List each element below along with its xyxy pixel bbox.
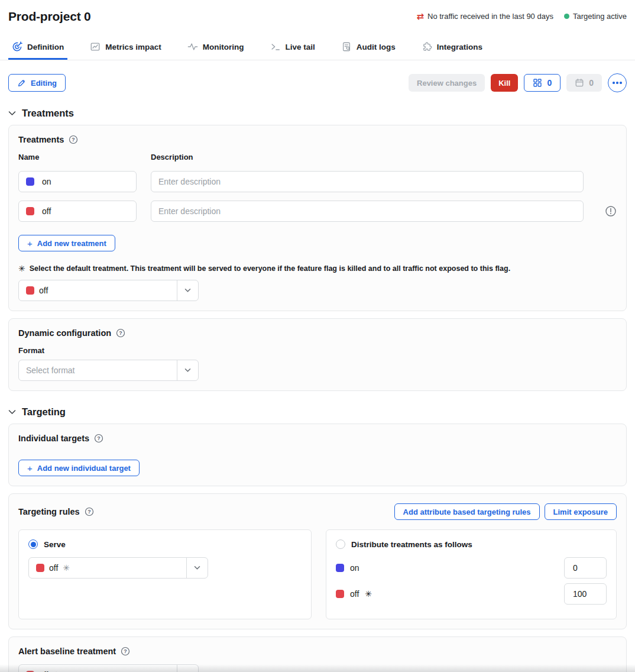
distribute-percent-input-on[interactable] <box>564 557 607 579</box>
tab-label: Monitoring <box>203 43 244 51</box>
add-attribute-rules-label: Add attribute based targeting rules <box>403 508 531 516</box>
distribute-radio[interactable] <box>336 539 345 549</box>
tab-monitoring[interactable]: Monitoring <box>184 39 248 60</box>
traffic-status-text: No traffic received in the last 90 days <box>427 12 553 21</box>
limit-exposure-button[interactable]: Limit exposure <box>545 503 617 520</box>
treatment-name-input-on[interactable] <box>18 171 137 192</box>
traffic-arrows-icon: ⇄ <box>416 12 424 21</box>
tab-label: Integrations <box>437 43 482 51</box>
default-treatment-select[interactable]: off <box>18 280 199 301</box>
targeting-status: Targeting active <box>564 12 627 21</box>
plus-icon: + <box>27 238 33 248</box>
svg-text:?: ? <box>119 330 122 336</box>
ellipsis-icon <box>613 82 615 84</box>
calendar-icon <box>575 78 584 88</box>
kill-button[interactable]: Kill <box>491 74 518 92</box>
review-changes-button[interactable]: Review changes <box>409 74 485 92</box>
more-actions-button[interactable] <box>608 73 627 92</box>
distribute-label: Distribute treatments as follows <box>351 540 472 549</box>
editing-button[interactable]: Editing <box>8 74 66 92</box>
add-attribute-rules-button[interactable]: Add attribute based targeting rules <box>394 503 540 520</box>
tab-label: Metrics impact <box>105 43 161 51</box>
treatment-name-input-off[interactable] <box>18 201 137 222</box>
green-dot-icon <box>564 14 569 19</box>
name-label: Name <box>18 153 137 161</box>
default-asterisk-icon: ✳ <box>63 564 70 572</box>
description-label: Description <box>151 153 584 161</box>
format-placeholder: Select format <box>26 366 74 375</box>
terminal-icon <box>270 41 281 52</box>
chevron-down-icon <box>8 111 16 116</box>
distribute-row-off: off ✳ <box>336 583 607 605</box>
distribute-radio-row[interactable]: Distribute treatments as follows <box>336 539 607 549</box>
chart-icon <box>90 41 101 52</box>
treatment-color-swatch <box>36 564 44 572</box>
chevron-down-icon <box>177 360 198 380</box>
toolbar: Editing Review changes Kill 0 <box>8 73 627 92</box>
status-group: ⇄ No traffic received in the last 90 day… <box>416 12 627 21</box>
treatment-color-swatch <box>26 177 34 186</box>
pulse-icon <box>187 41 198 52</box>
treatment-name-field[interactable] <box>34 177 129 186</box>
treatment-color-swatch <box>336 590 344 598</box>
alert-baseline-select[interactable]: off ✳ alert not possible <box>18 664 199 672</box>
editing-label: Editing <box>31 79 57 88</box>
treatment-row-off <box>18 201 617 222</box>
alert-baseline-title: Alert baseline treatment <box>18 647 116 656</box>
page-header: Prod-project 0 ⇄ No traffic received in … <box>0 0 635 24</box>
distribute-treatment-name: off <box>350 589 359 599</box>
help-icon[interactable]: ? <box>69 135 78 144</box>
serve-label: Serve <box>44 540 66 549</box>
add-individual-target-button[interactable]: + Add new individual target <box>18 460 140 476</box>
targeting-rules-card: Targeting rules ? Add attribute based ta… <box>8 493 627 629</box>
treatments-heading: Treatments <box>22 108 74 119</box>
chevron-down-icon <box>186 558 208 578</box>
distribute-treatment-name: on <box>350 563 359 573</box>
serve-treatment-select[interactable]: off ✳ <box>28 557 208 579</box>
distribute-panel: Distribute treatments as follows on off … <box>326 529 617 619</box>
page-title: Prod-project 0 <box>8 9 91 24</box>
treatment-description-input[interactable] <box>151 201 584 222</box>
treatments-section-header[interactable]: Treatments <box>8 108 627 119</box>
add-treatment-label: Add new treatment <box>37 239 106 248</box>
limit-exposure-label: Limit exposure <box>553 508 608 516</box>
tab-audit-logs[interactable]: Audit logs <box>338 39 399 60</box>
add-new-treatment-button[interactable]: + Add new treatment <box>18 235 115 251</box>
treatment-name-field[interactable] <box>34 206 129 216</box>
tab-integrations[interactable]: Integrations <box>418 39 486 60</box>
help-icon[interactable]: ? <box>121 647 130 656</box>
schedule-count: 0 <box>589 78 594 88</box>
toolbar-right: Review changes Kill 0 <box>409 73 627 92</box>
help-icon[interactable]: ? <box>94 434 103 443</box>
treatments-card-title: Treatments <box>18 135 64 144</box>
chevron-down-icon <box>8 409 16 415</box>
serve-radio-row[interactable]: Serve <box>28 539 302 549</box>
tab-label: Live tail <box>286 43 315 51</box>
schedule-button[interactable]: 0 <box>566 74 602 92</box>
kill-label: Kill <box>498 79 510 88</box>
tab-live-tail[interactable]: Live tail <box>267 39 319 60</box>
default-note-text: Select the default treatment. This treat… <box>30 264 510 273</box>
alert-baseline-card: Alert baseline treatment ? off ✳ alert n… <box>8 637 627 672</box>
serve-radio[interactable] <box>28 539 38 549</box>
svg-text:?: ? <box>124 648 127 654</box>
distribute-percent-input-off[interactable] <box>564 583 607 605</box>
format-select[interactable]: Select format <box>18 360 199 381</box>
individual-targets-title: Individual targets <box>18 434 89 443</box>
targeting-section-header[interactable]: Targeting <box>8 406 627 418</box>
help-icon[interactable]: ? <box>85 507 94 516</box>
plus-icon: + <box>27 463 33 473</box>
tab-definition[interactable]: Definition <box>8 39 67 60</box>
treatment-description-input[interactable] <box>151 171 584 192</box>
versions-count: 0 <box>547 78 552 88</box>
tab-bar: Definition Metrics impact Monitoring Liv… <box>0 39 635 60</box>
chevron-down-icon <box>177 665 198 672</box>
treatment-color-swatch <box>336 564 344 572</box>
targeting-heading: Targeting <box>22 406 66 418</box>
tab-metrics-impact[interactable]: Metrics impact <box>86 39 165 60</box>
add-individual-target-label: Add new individual target <box>37 464 131 473</box>
puzzle-icon <box>422 41 432 52</box>
versions-button[interactable]: 0 <box>524 74 561 92</box>
help-icon[interactable]: ? <box>116 328 125 338</box>
serve-treatment-value: off <box>49 563 58 573</box>
